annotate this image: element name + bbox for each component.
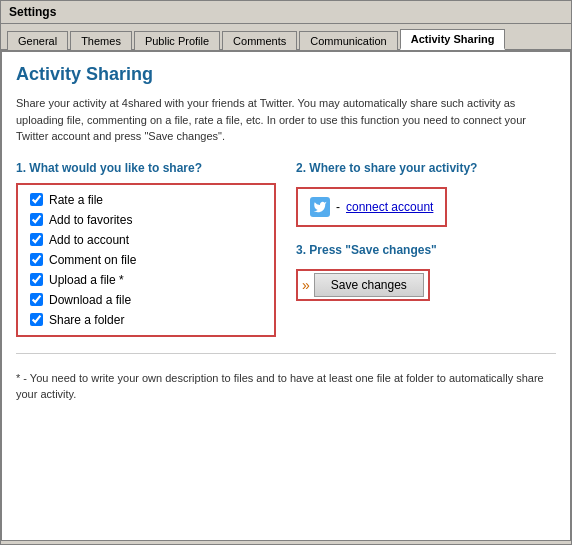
section3-title: 3. Press "Save changes" — [296, 243, 556, 257]
arrow-icon: » — [302, 277, 310, 293]
section2-title: 2. Where to share your activity? — [296, 161, 556, 175]
checkbox-comment[interactable]: Comment on file — [30, 253, 262, 267]
checkbox-upload-input[interactable] — [30, 273, 43, 286]
checkbox-rate[interactable]: Rate a file — [30, 193, 262, 207]
tab-comments[interactable]: Comments — [222, 31, 297, 50]
tab-themes[interactable]: Themes — [70, 31, 132, 50]
checkbox-folder-input[interactable] — [30, 313, 43, 326]
save-button[interactable]: Save changes — [314, 273, 424, 297]
checkbox-comment-input[interactable] — [30, 253, 43, 266]
section1-title: 1. What would you like to share? — [16, 161, 276, 175]
checkbox-rate-input[interactable] — [30, 193, 43, 206]
connect-account-link[interactable]: connect account — [346, 200, 433, 214]
checkbox-favorites[interactable]: Add to favorites — [30, 213, 262, 227]
footnote: * - You need to write your own descripti… — [16, 370, 556, 403]
main-columns: 1. What would you like to share? Rate a … — [16, 161, 556, 337]
section3: 3. Press "Save changes" » Save changes — [296, 243, 556, 301]
window-title: Settings — [9, 5, 56, 19]
checkbox-download[interactable]: Download a file — [30, 293, 262, 307]
page-description: Share your activity at 4shared with your… — [16, 95, 556, 145]
settings-window: Settings General Themes Public Profile C… — [0, 0, 572, 545]
window-title-bar: Settings — [1, 1, 571, 24]
tab-communication[interactable]: Communication — [299, 31, 397, 50]
tab-public-profile[interactable]: Public Profile — [134, 31, 220, 50]
connect-box: - connect account — [296, 187, 447, 227]
col-right: 2. Where to share your activity? - conne… — [296, 161, 556, 337]
checkbox-container: Rate a file Add to favorites Add to acco… — [16, 183, 276, 337]
tab-activity-sharing[interactable]: Activity Sharing — [400, 29, 506, 50]
tab-general[interactable]: General — [7, 31, 68, 50]
tab-bar: General Themes Public Profile Comments C… — [1, 24, 571, 51]
content-area: Activity Sharing Share your activity at … — [1, 51, 571, 541]
checkbox-download-input[interactable] — [30, 293, 43, 306]
checkbox-folder[interactable]: Share a folder — [30, 313, 262, 327]
twitter-icon — [310, 197, 330, 217]
col-left: 1. What would you like to share? Rate a … — [16, 161, 276, 337]
divider — [16, 353, 556, 354]
save-box: » Save changes — [296, 269, 430, 301]
checkbox-account-input[interactable] — [30, 233, 43, 246]
page-title: Activity Sharing — [16, 64, 556, 85]
checkbox-upload[interactable]: Upload a file * — [30, 273, 262, 287]
checkbox-account[interactable]: Add to account — [30, 233, 262, 247]
checkbox-favorites-input[interactable] — [30, 213, 43, 226]
